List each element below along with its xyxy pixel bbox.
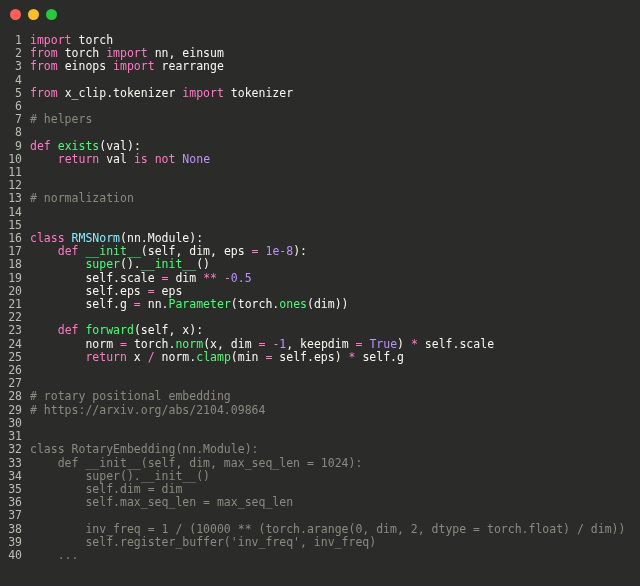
code-line: 26 <box>0 364 640 377</box>
line-content: self.register_buffer('inv_freq', inv_fre… <box>30 536 640 549</box>
line-content <box>30 206 640 219</box>
code-editor[interactable]: 1import torch2from torch import nn, eins… <box>0 28 640 572</box>
line-number: 13 <box>0 192 30 205</box>
line-content: return x / norm.clamp(min = self.eps) * … <box>30 351 640 364</box>
line-number: 8 <box>0 126 30 139</box>
line-number: 29 <box>0 404 30 417</box>
line-number: 33 <box>0 457 30 470</box>
line-content: from x_clip.tokenizer import tokenizer <box>30 87 640 100</box>
line-number: 9 <box>0 140 30 153</box>
close-icon[interactable] <box>10 9 21 20</box>
line-number: 37 <box>0 509 30 522</box>
code-line: 29# https://arxiv.org/abs/2104.09864 <box>0 404 640 417</box>
code-line: 5from x_clip.tokenizer import tokenizer <box>0 87 640 100</box>
line-number: 40 <box>0 549 30 562</box>
code-line: 6 <box>0 100 640 113</box>
line-content: self.max_seq_len = max_seq_len <box>30 496 640 509</box>
line-number: 3 <box>0 60 30 73</box>
code-line: 39 self.register_buffer('inv_freq', inv_… <box>0 536 640 549</box>
code-line: 3from einops import rearrange <box>0 60 640 73</box>
code-line: 11 <box>0 166 640 179</box>
zoom-icon[interactable] <box>46 9 57 20</box>
line-content: from einops import rearrange <box>30 60 640 73</box>
code-line: 36 self.max_seq_len = max_seq_len <box>0 496 640 509</box>
line-number: 38 <box>0 523 30 536</box>
line-content: # https://arxiv.org/abs/2104.09864 <box>30 404 640 417</box>
line-number: 23 <box>0 324 30 337</box>
code-line: 30 <box>0 417 640 430</box>
line-number: 24 <box>0 338 30 351</box>
line-content <box>30 100 640 113</box>
line-content <box>30 364 640 377</box>
line-number: 4 <box>0 74 30 87</box>
line-number: 19 <box>0 272 30 285</box>
line-content <box>30 166 640 179</box>
line-content: return val is not None <box>30 153 640 166</box>
line-number: 28 <box>0 390 30 403</box>
code-line: 40 ... <box>0 549 640 562</box>
line-content: self.g = nn.Parameter(torch.ones(dim)) <box>30 298 640 311</box>
minimize-icon[interactable] <box>28 9 39 20</box>
code-line: 10 return val is not None <box>0 153 640 166</box>
line-number: 14 <box>0 206 30 219</box>
line-content: ... <box>30 549 640 562</box>
code-line: 25 return x / norm.clamp(min = self.eps)… <box>0 351 640 364</box>
code-line: 13# normalization <box>0 192 640 205</box>
line-number: 32 <box>0 443 30 456</box>
line-content <box>30 417 640 430</box>
line-number: 18 <box>0 258 30 271</box>
code-line: 7# helpers <box>0 113 640 126</box>
code-line: 14 <box>0 206 640 219</box>
line-number: 34 <box>0 470 30 483</box>
line-content: # normalization <box>30 192 640 205</box>
line-content: # helpers <box>30 113 640 126</box>
line-number: 39 <box>0 536 30 549</box>
code-line: 21 self.g = nn.Parameter(torch.ones(dim)… <box>0 298 640 311</box>
window-titlebar <box>0 0 640 28</box>
